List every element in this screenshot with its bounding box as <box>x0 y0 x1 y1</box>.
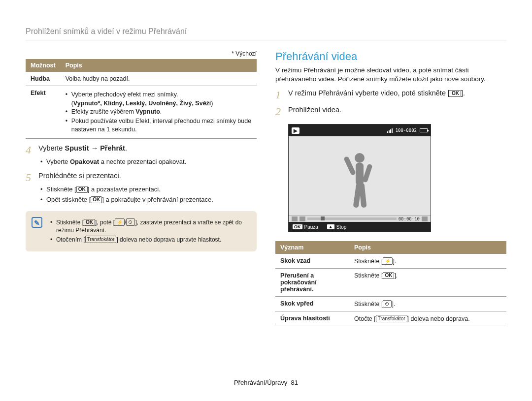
step-2-num: 2 <box>275 105 288 117</box>
note-2: Otočením [Transfokátor] doleva nebo dopr… <box>50 236 250 244</box>
efekt-b4: Pokud používáte volbu Efekt, interval př… <box>66 117 252 134</box>
ok-icon-5: OK <box>383 272 394 279</box>
page-footer: Přehrávání/Úpravy 81 <box>0 379 532 386</box>
step-2-text: Prohlížení videa. <box>288 105 341 115</box>
timer-icon: ⏲ <box>126 218 135 226</box>
r1db: ]. <box>393 258 396 265</box>
svg-point-0 <box>355 153 365 163</box>
seek-bar <box>307 217 397 220</box>
s5s2b: ] a pokračujte v přehrávání prezentace. <box>102 196 213 203</box>
video-preview: ▶ 100-0002 <box>288 124 431 232</box>
ok-icon: OK <box>76 186 88 193</box>
flash-icon-2: ⚡ <box>383 257 393 265</box>
r4da: Otočte [ <box>354 315 376 322</box>
col-option: Možnost <box>26 59 61 72</box>
b3b: Vypnuto <box>135 108 160 115</box>
step-2: 2 Prohlížení videa. <box>275 105 506 117</box>
options-table: Možnost Popis Hudba Volba hudby na pozad… <box>26 59 257 139</box>
r3da: Stiskněte [ <box>354 301 383 308</box>
s4e: . <box>125 144 127 152</box>
step-1: 1 V režimu Přehrávání vyberte video, pot… <box>275 89 506 100</box>
up-key-icon: ▲ <box>327 224 334 229</box>
ok-icon-3: OK <box>84 219 95 226</box>
r1da: Stiskněte [ <box>354 258 383 265</box>
video-footer: OKPauza ▲Stop <box>289 222 431 232</box>
row-volume-desc: Otočte [Transfokátor] doleva nebo doprav… <box>349 311 506 326</box>
n1a: Stiskněte [ <box>56 219 84 226</box>
footer-section: Přehrávání/Úpravy <box>234 379 287 386</box>
col-desc-2: Popis <box>349 241 506 254</box>
step-1-num: 1 <box>275 89 288 100</box>
ok-key-icon: OK <box>293 224 302 229</box>
zoom-button-label: Transfokátor <box>85 236 117 243</box>
section-title: Přehrávání videa <box>275 50 506 63</box>
file-counter: 100-0002 <box>396 128 417 133</box>
n2a: Otočením [ <box>56 236 85 243</box>
s5s2a: Opět stiskněte [ <box>46 196 91 203</box>
row-skip-fwd-desc: Stiskněte [⏲]. <box>349 297 506 311</box>
step4-sub1: Vyberte Opakovat a nechte prezentaci opa… <box>40 157 257 166</box>
row-skip-back-desc: Stiskněte [⚡]. <box>349 254 506 269</box>
page-number: 81 <box>291 379 298 386</box>
step-4-text: Vyberte Spustit → Přehrát. <box>38 144 127 153</box>
svg-rect-2 <box>343 156 356 176</box>
left-column: * Výchozí Možnost Popis Hudba Volba hudb… <box>26 50 257 326</box>
footer-pause: Pauza <box>304 224 318 230</box>
s4s1a: Vyberte <box>46 158 70 165</box>
s5s1b: ] a pozastavte prezentaci. <box>88 185 161 193</box>
r1a: V režimu Přehrávání vyberte video, poté … <box>288 89 450 97</box>
s4a: Vyberte <box>38 144 65 152</box>
n1b: ], poté [ <box>95 219 115 226</box>
ok-icon-2: OK <box>91 196 102 203</box>
step-5-num: 5 <box>26 171 38 183</box>
efekt-b3: Efekty zrušíte výběrem Vypnuto. <box>66 108 252 116</box>
s4b: Spustit <box>65 144 89 152</box>
ok-icon-4: OK <box>450 90 461 97</box>
right-column: Přehrávání videa V režimu Přehrávání je … <box>275 50 506 326</box>
s4c: → <box>89 144 100 152</box>
r1b: ]. <box>461 89 465 97</box>
footer-stop: Stop <box>336 224 347 230</box>
signal-icon <box>387 128 393 133</box>
forward-icon <box>422 216 428 221</box>
step-5-text: Prohlédněte si prezentaci. <box>38 171 121 181</box>
r2da: Stiskněte [ <box>354 272 383 279</box>
section-intro: V režimu Přehrávání je možné sledovat vi… <box>275 66 506 84</box>
r4db: ] doleva nebo doprava. <box>407 315 470 322</box>
battery-icon <box>420 128 428 132</box>
row-skip-back: Skok vzad <box>275 254 349 269</box>
step-1-text: V režimu Přehrávání vyberte video, poté … <box>288 89 465 98</box>
person-silhouette-icon <box>342 151 377 215</box>
r3db: ]. <box>392 301 395 308</box>
s4d: Přehrát <box>100 144 125 152</box>
r2db: ]. <box>394 272 398 279</box>
video-progress-bar: 00:00:10 <box>289 215 431 222</box>
step-4: 4 Vyberte Spustit → Přehrát. <box>26 144 257 155</box>
step-4-num: 4 <box>26 144 38 155</box>
svg-rect-3 <box>362 164 372 183</box>
flash-icon: ⚡ <box>115 218 125 226</box>
efekt-options: Vypnuto*, Klidný, Lesklý, Uvolněný, Živý… <box>73 100 211 107</box>
s4s1c: a nechte prezentaci opakovat. <box>99 158 186 165</box>
b3c: . <box>160 108 162 115</box>
step5-sub2: Opět stiskněte [OK] a pokračujte v přehr… <box>40 195 257 204</box>
row-volume: Úprava hlasitosti <box>275 311 349 326</box>
timer-icon-2: ⏲ <box>383 300 392 308</box>
row-efekt-label: Efekt <box>26 86 61 139</box>
default-note: * Výchozí <box>26 50 257 57</box>
efekt-b1: Vyberte přechodový efekt mezi snímky. <box>66 91 252 99</box>
step5-sub1: Stiskněte [OK] a pozastavte prezentaci. <box>40 185 257 194</box>
col-desc: Popis <box>61 59 257 72</box>
info-icon: ✎ <box>32 217 42 228</box>
row-efekt-desc: Vyberte přechodový efekt mezi snímky. (V… <box>61 86 257 139</box>
zoom-button-label-2: Transfokátor <box>376 315 407 322</box>
s4s1b: Opakovat <box>70 158 99 165</box>
row-pause-resume-desc: Stiskněte [OK]. <box>349 269 506 297</box>
b3a: Efekty zrušíte výběrem <box>71 108 136 115</box>
rewind-icon <box>292 216 298 221</box>
video-topbar: ▶ 100-0002 <box>289 124 431 136</box>
timecode: 00:00:10 <box>399 216 420 221</box>
row-hudba-label: Hudba <box>26 72 61 86</box>
page-title: Prohlížení snímků a videí v režimu Přehr… <box>26 27 506 40</box>
row-skip-fwd: Skok vpřed <box>275 297 349 311</box>
